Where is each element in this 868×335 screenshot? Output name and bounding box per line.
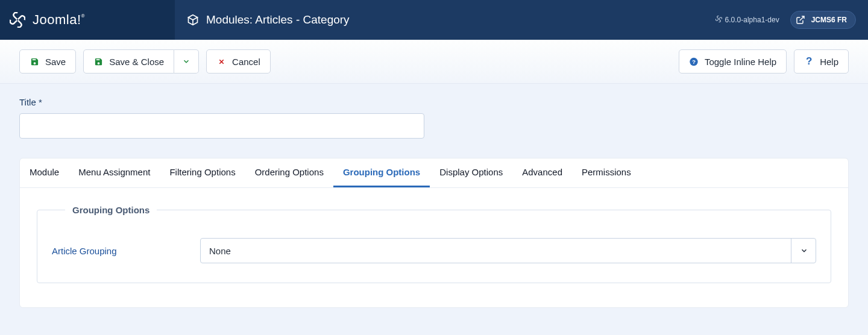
user-name: JCMS6 FR bbox=[811, 16, 847, 24]
chevron-down-icon bbox=[181, 57, 191, 66]
version-text: 6.0.0-alpha1-dev bbox=[725, 16, 779, 24]
article-grouping-row: Article Grouping None bbox=[52, 238, 816, 263]
user-menu[interactable]: JCMS6 FR bbox=[790, 11, 856, 29]
tab-filtering-options[interactable]: Filtering Options bbox=[160, 158, 245, 187]
toggle-inline-help-label: Toggle Inline Help bbox=[705, 57, 776, 67]
save-close-label: Save & Close bbox=[109, 57, 164, 67]
header-right: 6.0.0-alpha1-dev JCMS6 FR bbox=[715, 0, 868, 40]
save-close-group: Save & Close bbox=[83, 49, 199, 74]
external-link-icon bbox=[796, 15, 805, 25]
toolbar: Save Save & Close Cancel ? bbox=[0, 40, 868, 84]
svg-text:?: ? bbox=[692, 58, 696, 64]
joomla-mark-icon bbox=[715, 16, 722, 24]
save-icon bbox=[93, 57, 103, 66]
version-badge[interactable]: 6.0.0-alpha1-dev bbox=[715, 16, 779, 24]
help-label: Help bbox=[820, 57, 838, 67]
tab-display-options[interactable]: Display Options bbox=[430, 158, 512, 187]
page-title-bar: Modules: Articles - Category bbox=[175, 0, 715, 40]
cancel-button[interactable]: Cancel bbox=[206, 49, 271, 74]
title-field-group: Title * bbox=[19, 97, 849, 139]
page-title: Modules: Articles - Category bbox=[206, 13, 350, 27]
tab-bar: ModuleMenu AssignmentFiltering OptionsOr… bbox=[20, 158, 848, 188]
close-icon bbox=[216, 57, 226, 66]
panel-body: Grouping Options Article Grouping None bbox=[20, 188, 848, 307]
tab-permissions[interactable]: Permissions bbox=[572, 158, 641, 187]
save-icon bbox=[30, 57, 39, 66]
save-button[interactable]: Save bbox=[19, 49, 76, 74]
tab-grouping-options[interactable]: Grouping Options bbox=[333, 158, 430, 187]
cancel-label: Cancel bbox=[232, 57, 260, 67]
tab-panel: ModuleMenu AssignmentFiltering OptionsOr… bbox=[19, 158, 849, 308]
grouping-options-legend: Grouping Options bbox=[65, 205, 157, 215]
module-box-icon bbox=[187, 14, 199, 26]
toggle-inline-help-button[interactable]: ? Toggle Inline Help bbox=[679, 49, 787, 74]
article-grouping-label: Article Grouping bbox=[52, 246, 186, 256]
save-label: Save bbox=[45, 57, 66, 67]
brand[interactable]: Joomla!® bbox=[0, 0, 175, 40]
joomla-logo-icon bbox=[10, 12, 25, 28]
toolbar-left: Save Save & Close Cancel bbox=[19, 49, 271, 74]
article-grouping-select-wrap: None bbox=[200, 238, 816, 263]
save-close-button[interactable]: Save & Close bbox=[83, 49, 174, 74]
article-grouping-select[interactable]: None bbox=[200, 238, 816, 263]
title-label: Title * bbox=[19, 97, 849, 107]
brand-name: Joomla!® bbox=[33, 12, 85, 28]
title-input[interactable] bbox=[19, 113, 424, 139]
tab-ordering-options[interactable]: Ordering Options bbox=[245, 158, 333, 187]
question-icon: ? bbox=[804, 57, 814, 66]
content-area: Title * ModuleMenu AssignmentFiltering O… bbox=[0, 84, 868, 327]
tab-module[interactable]: Module bbox=[20, 158, 69, 187]
question-circle-icon: ? bbox=[689, 57, 699, 66]
grouping-options-fieldset: Grouping Options Article Grouping None bbox=[37, 205, 831, 283]
tab-advanced[interactable]: Advanced bbox=[512, 158, 572, 187]
help-button[interactable]: ? Help bbox=[794, 49, 849, 74]
toolbar-right: ? Toggle Inline Help ? Help bbox=[679, 49, 849, 74]
save-dropdown-toggle[interactable] bbox=[174, 49, 199, 74]
app-header: Joomla!® Modules: Articles - Category 6.… bbox=[0, 0, 868, 40]
tab-menu-assignment[interactable]: Menu Assignment bbox=[69, 158, 160, 187]
